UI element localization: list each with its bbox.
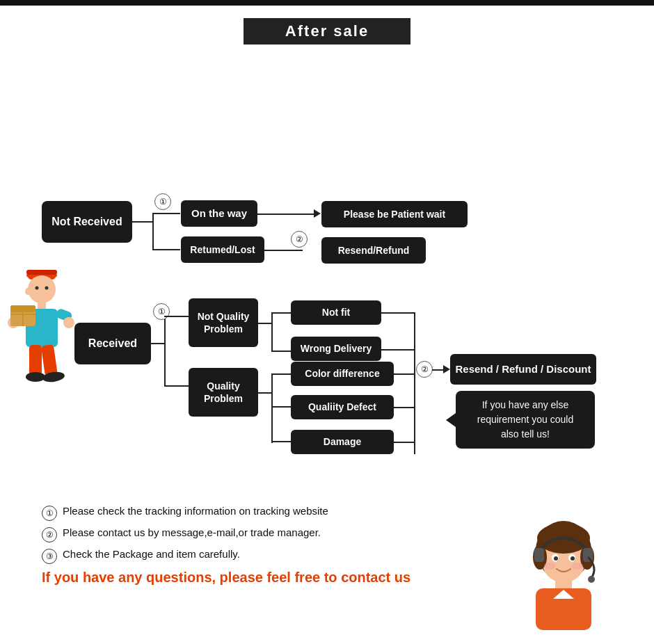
line-damage-right <box>394 442 414 443</box>
line-right-vert <box>414 312 415 454</box>
wrong-delivery-node: Wrong Delivery <box>291 337 381 361</box>
circle-1-recv: ① <box>153 303 170 320</box>
footnote-text-2: Please contact us by message,e-mail,or t… <box>63 526 321 538</box>
svg-rect-32 <box>555 579 572 590</box>
damage-node: Damage <box>291 430 394 454</box>
not-quality-problem-node: Not Quality Problem <box>189 298 258 347</box>
line-recv-v <box>164 316 166 385</box>
on-the-way-node: On the way <box>181 200 257 227</box>
svg-rect-6 <box>26 270 57 275</box>
circle-2-nr: ② <box>291 231 308 248</box>
line-recv-h <box>151 343 165 344</box>
line-wrongdel-right <box>381 349 414 351</box>
line-nr-vert <box>152 213 154 249</box>
circle-1-top: ① <box>154 193 171 210</box>
footnote-text-3: Check the Package and item carefully. <box>63 548 240 560</box>
quality-defect-node: Qualiity Defect <box>291 395 394 419</box>
not-received-node: Not Received <box>42 201 132 243</box>
line-to-onway <box>152 213 180 214</box>
footnote-text-1: Please check the tracking information on… <box>63 505 328 517</box>
line-colordiff-right <box>394 373 414 375</box>
footnote-num-1: ① <box>42 506 57 521</box>
line-to-qdefect <box>271 406 291 408</box>
svg-point-28 <box>554 556 558 561</box>
footnote-num-2: ② <box>42 527 57 542</box>
svg-point-12 <box>63 317 74 328</box>
footnotes-section: ① Please check the tracking information … <box>0 498 654 644</box>
color-diff-node: Color difference <box>291 362 394 386</box>
line-nqp-h <box>258 323 272 324</box>
arrow-to-rrd <box>443 365 450 373</box>
svg-point-30 <box>544 563 555 570</box>
not-fit-node: Not fit <box>291 300 381 325</box>
delivery-person-illustration <box>3 253 80 392</box>
returned-lost-node: Retumed/Lost <box>181 236 264 263</box>
line-nr-branch <box>132 221 153 223</box>
top-border <box>0 0 654 6</box>
line-rl-right <box>264 250 303 251</box>
title-section: After sale <box>0 6 654 51</box>
line-qp-h <box>258 392 272 394</box>
svg-point-37 <box>588 576 595 583</box>
line-to-qp <box>164 385 189 387</box>
svg-point-4 <box>45 287 49 290</box>
line-to-damage <box>271 441 291 442</box>
please-wait-node: Please be Patient wait <box>321 201 468 227</box>
arrow-to-wait <box>314 209 321 218</box>
line-qp-v <box>271 373 273 443</box>
line-to-colordiff <box>271 373 291 375</box>
line-onway-wait <box>257 214 317 215</box>
svg-point-2 <box>28 275 56 303</box>
line-qdefect-right <box>394 407 414 408</box>
diagram-area: Not Received ① On the way Retumed/Lost P… <box>0 58 654 448</box>
line-to-returned <box>152 249 180 250</box>
resend-refund-nr-node: Resend/Refund <box>321 237 426 264</box>
line-nqp-v <box>271 312 273 351</box>
line-notfit-right <box>381 312 414 314</box>
svg-rect-17 <box>29 345 42 376</box>
tooltip-bubble: If you have any else requirement you cou… <box>456 391 595 449</box>
svg-point-29 <box>571 556 575 561</box>
page-title: After sale <box>244 18 410 45</box>
footnote-num-3: ③ <box>42 549 57 564</box>
svg-point-3 <box>35 287 39 290</box>
customer-service-avatar <box>515 512 612 623</box>
line-to-notfit <box>271 312 291 314</box>
svg-point-19 <box>26 372 45 382</box>
line-to-nqp <box>164 316 189 317</box>
svg-point-31 <box>572 563 583 570</box>
circle-2-recv: ② <box>416 361 433 378</box>
line-to-wrongdel <box>271 351 291 352</box>
resend-refund-discount-node: Resend / Refund / Discount <box>450 354 596 385</box>
svg-rect-35 <box>534 548 544 562</box>
quality-problem-node: Quality Problem <box>189 368 258 417</box>
svg-point-5 <box>25 288 31 295</box>
received-node: Received <box>74 323 151 364</box>
